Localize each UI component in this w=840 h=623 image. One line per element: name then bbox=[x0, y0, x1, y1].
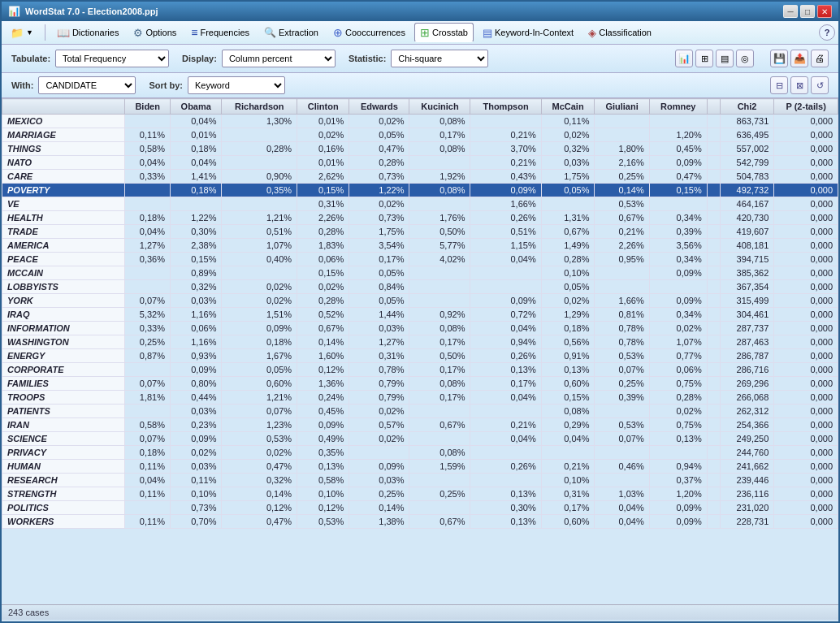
print-icon-btn[interactable]: 🖨 bbox=[811, 50, 829, 67]
table-row[interactable]: INFORMATION0,33%0,06%0,09%0,67%0,03%0,08… bbox=[2, 322, 838, 335]
table-row[interactable]: POVERTY0,18%0,35%0,15%1,22%0,08%0,09%0,0… bbox=[2, 184, 838, 197]
data-cell: 0,28% bbox=[349, 156, 409, 170]
data-cell bbox=[595, 115, 649, 128]
table-row[interactable]: IRAQ5,32%1,16%1,51%0,52%1,44%0,92%0,72%1… bbox=[2, 308, 838, 322]
crosstab-button[interactable]: ⊞ Crosstab bbox=[414, 23, 474, 42]
table-row[interactable]: CORPORATE0,09%0,05%0,12%0,78%0,17%0,13%0… bbox=[2, 363, 838, 377]
split-icon-btn[interactable]: ⊟ bbox=[770, 76, 788, 94]
help-button[interactable]: ? bbox=[819, 24, 835, 41]
header-p[interactable]: P (2-tails) bbox=[774, 99, 838, 115]
data-cell: 492,732 bbox=[720, 184, 774, 197]
cooccurrences-button[interactable]: ⊕ Cooccurrences bbox=[327, 23, 411, 42]
table-row[interactable]: TRADE0,04%0,30%0,51%0,28%1,75%0,50%0,51%… bbox=[2, 225, 838, 239]
save-icon-btn[interactable]: 💾 bbox=[770, 50, 788, 67]
data-cell: 0,01% bbox=[171, 128, 222, 142]
data-cell bbox=[595, 474, 649, 487]
frequencies-button[interactable]: ≡ Frequencies bbox=[185, 23, 255, 42]
table-row[interactable]: NATO0,04%0,04%0,01%0,28%0,21%0,03%2,16%0… bbox=[2, 156, 838, 170]
extraction-button[interactable]: 🔍 Extraction bbox=[258, 24, 324, 41]
data-cell: 0,11% bbox=[541, 115, 595, 128]
header-clinton[interactable]: Clinton bbox=[297, 99, 349, 115]
maximize-button[interactable]: □ bbox=[800, 5, 815, 18]
table-row[interactable]: HUMAN0,11%0,03%0,47%0,13%0,09%1,59%0,26%… bbox=[2, 460, 838, 474]
data-cell: 0,09% bbox=[649, 156, 707, 170]
data-cell: 0,01% bbox=[297, 156, 349, 170]
table-row[interactable]: LOBBYISTS0,32%0,02%0,02%0,84%0,05%367,35… bbox=[2, 280, 838, 294]
header-edwards[interactable]: Edwards bbox=[349, 99, 409, 115]
header-romney[interactable]: Romney bbox=[649, 99, 707, 115]
bar-chart-icon-btn[interactable]: 📊 bbox=[675, 50, 693, 67]
table-wrapper[interactable]: Biden Obama Richardson Clinton Edwards K… bbox=[2, 98, 838, 604]
data-cell: 262,312 bbox=[720, 405, 774, 418]
pie-icon-btn[interactable]: ◎ bbox=[736, 50, 754, 67]
header-obama[interactable]: Obama bbox=[171, 99, 222, 115]
data-cell bbox=[222, 156, 297, 170]
table-row[interactable]: MEXICO0,04%1,30%0,01%0,02%0,08%0,11%863,… bbox=[2, 115, 838, 128]
header-chi2[interactable]: Chi2 bbox=[720, 99, 774, 115]
table-row[interactable]: WORKERS0,11%0,70%0,47%0,53%1,38%0,67%0,1… bbox=[2, 515, 838, 529]
table-row[interactable]: PRIVACY0,18%0,02%0,02%0,35%0,08%244,7600… bbox=[2, 446, 838, 460]
table-row[interactable]: MARRIAGE0,11%0,01%0,02%0,05%0,17%0,21%0,… bbox=[2, 128, 838, 142]
table-row[interactable]: FAMILIES0,07%0,80%0,60%1,36%0,79%0,08%0,… bbox=[2, 377, 838, 391]
table-row[interactable]: AMERICA1,27%2,38%1,07%1,83%3,54%5,77%1,1… bbox=[2, 239, 838, 253]
close-button[interactable]: ✕ bbox=[817, 5, 832, 18]
data-cell: 0,18% bbox=[125, 446, 171, 460]
data-cell bbox=[409, 294, 470, 308]
data-cell: 0,17% bbox=[349, 253, 409, 266]
header-kucinich[interactable]: Kucinich bbox=[409, 99, 470, 115]
header-mccain[interactable]: McCain bbox=[541, 99, 595, 115]
data-cell: 0,000 bbox=[774, 501, 838, 515]
table-row[interactable]: TROOPS1,81%0,44%1,21%0,24%0,79%0,17%0,04… bbox=[2, 391, 838, 405]
table-row[interactable]: VE0,31%0,02%1,66%0,53%464,1670,000 bbox=[2, 197, 838, 211]
table-row[interactable]: CARE0,33%1,41%0,90%2,62%0,73%1,92%0,43%1… bbox=[2, 170, 838, 184]
options-button[interactable]: ⚙ Options bbox=[128, 24, 182, 42]
table-row[interactable]: STRENGTH0,11%0,10%0,14%0,10%0,25%0,25%0,… bbox=[2, 487, 838, 501]
with-select[interactable]: CANDIDATE bbox=[38, 76, 136, 94]
data-cell: 0,04% bbox=[171, 115, 222, 128]
classification-button[interactable]: ◈ Classification bbox=[582, 24, 657, 42]
keyword-cell: SCIENCE bbox=[2, 432, 125, 446]
data-cell bbox=[707, 156, 720, 170]
header-richardson[interactable]: Richardson bbox=[222, 99, 297, 115]
reset-icon-btn[interactable]: ↺ bbox=[811, 76, 829, 94]
data-cell: 1,03% bbox=[595, 487, 649, 501]
minimize-button[interactable]: ─ bbox=[783, 5, 798, 18]
file-menu-button[interactable]: 📁 ▼ bbox=[5, 24, 39, 42]
export-icon-btn[interactable]: 📤 bbox=[790, 50, 808, 67]
data-cell bbox=[707, 446, 720, 460]
data-cell: 0,07% bbox=[595, 363, 649, 377]
data-cell: 0,32% bbox=[222, 474, 297, 487]
table-row[interactable]: MCCAIN0,89%0,15%0,05%0,10%0,09%385,3620,… bbox=[2, 266, 838, 280]
table-row[interactable]: WASHINGTON0,25%1,16%0,18%0,14%1,27%0,17%… bbox=[2, 335, 838, 349]
data-cell bbox=[707, 515, 720, 529]
data-cell: 241,662 bbox=[720, 460, 774, 474]
filter-icon-btn[interactable]: ⊠ bbox=[790, 76, 808, 94]
header-biden[interactable]: Biden bbox=[125, 99, 171, 115]
tabulate-group: Tabulate: Total Frequency bbox=[11, 50, 169, 67]
data-cell: 0,43% bbox=[470, 170, 541, 184]
header-giuliani[interactable]: Giuliani bbox=[595, 99, 649, 115]
header-thompson[interactable]: Thompson bbox=[470, 99, 541, 115]
data-cell: 2,38% bbox=[171, 239, 222, 253]
table-row[interactable]: PEACE0,36%0,15%0,40%0,06%0,17%4,02%0,04%… bbox=[2, 253, 838, 266]
statistic-select[interactable]: Chi-square bbox=[391, 50, 488, 67]
table-row[interactable]: POLITICS0,73%0,12%0,12%0,14%0,30%0,17%0,… bbox=[2, 501, 838, 515]
table-row[interactable]: RESEARCH0,04%0,11%0,32%0,58%0,03%0,10%0,… bbox=[2, 474, 838, 487]
table-row[interactable]: ENERGY0,87%0,93%1,67%1,60%0,31%0,50%0,26… bbox=[2, 349, 838, 363]
table-row[interactable]: YORK0,07%0,03%0,02%0,28%0,05%0,09%0,02%1… bbox=[2, 294, 838, 308]
kic-button[interactable]: ▤ Keyword-In-Context bbox=[477, 24, 579, 42]
data-cell bbox=[470, 266, 541, 280]
table-row[interactable]: HEALTH0,18%1,22%1,21%2,26%0,73%1,76%0,26… bbox=[2, 211, 838, 225]
data-cell: 2,62% bbox=[297, 170, 349, 184]
table-row[interactable]: SCIENCE0,07%0,09%0,53%0,49%0,02%0,04%0,0… bbox=[2, 432, 838, 446]
display-select[interactable]: Column percent bbox=[222, 50, 336, 67]
table-icon-btn[interactable]: ▤ bbox=[716, 50, 734, 67]
table-row[interactable]: IRAN0,58%0,23%1,23%0,09%0,57%0,67%0,21%0… bbox=[2, 418, 838, 432]
grid-icon-btn[interactable]: ⊞ bbox=[695, 50, 713, 67]
dictionaries-button[interactable]: 📖 Dictionaries bbox=[51, 24, 124, 42]
sort-select[interactable]: Keyword bbox=[188, 76, 285, 94]
table-row[interactable]: PATIENTS0,03%0,07%0,45%0,02%0,08%0,02%26… bbox=[2, 405, 838, 418]
table-row[interactable]: THINGS0,58%0,18%0,28%0,16%0,47%0,08%3,70… bbox=[2, 142, 838, 156]
data-cell: 1,81% bbox=[125, 391, 171, 405]
tabulate-select[interactable]: Total Frequency bbox=[55, 50, 169, 67]
